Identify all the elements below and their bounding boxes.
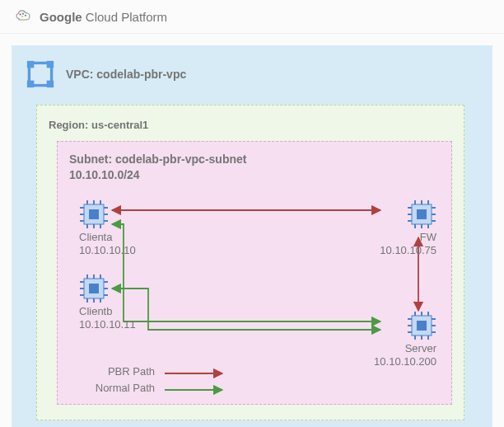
gcp-logo-icon bbox=[15, 8, 31, 25]
brand-bold: Google bbox=[40, 10, 82, 24]
region-box: Region: us-central1 Subnet: codelab-pbr-… bbox=[36, 105, 464, 420]
compute-instance-icon bbox=[407, 199, 436, 229]
node-clientb: Clientb 10.10.10.11 bbox=[79, 274, 161, 332]
svg-point-2 bbox=[25, 15, 26, 16]
legend-row-pbr: PBR Path bbox=[82, 363, 155, 379]
vpc-box: VPC: codelab-pbr-vpc Region: us-central1… bbox=[12, 45, 492, 427]
subnet-box: Subnet: codelab-pbr-vpc-subnet 10.10.10.… bbox=[57, 141, 452, 405]
compute-instance-icon bbox=[79, 274, 109, 303]
subnet-cidr: 10.10.10.0/24 bbox=[69, 168, 140, 181]
node-server-label: Server 10.10.10.200 bbox=[374, 342, 436, 369]
node-fw: FW 10.10.10.75 bbox=[354, 199, 436, 258]
svg-rect-5 bbox=[27, 61, 35, 68]
svg-point-1 bbox=[22, 13, 24, 15]
region-title: Region: us-central1 bbox=[49, 119, 454, 131]
vpc-title: VPC: codelab-pbr-vpc bbox=[66, 68, 186, 81]
svg-rect-8 bbox=[47, 81, 54, 88]
brand-rest: Cloud Platform bbox=[82, 10, 167, 24]
subnet-name: Subnet: codelab-pbr-vpc-subnet bbox=[69, 152, 246, 166]
subnet-title: Subnet: codelab-pbr-vpc-subnet 10.10.10.… bbox=[58, 142, 451, 183]
svg-rect-6 bbox=[47, 61, 54, 68]
node-clienta-label: Clienta 10.10.10.10 bbox=[79, 231, 136, 258]
node-clienta: Clienta 10.10.10.10 bbox=[79, 199, 161, 258]
svg-point-3 bbox=[21, 16, 23, 17]
compute-instance-icon bbox=[407, 311, 436, 340]
header-title: Google Cloud Platform bbox=[40, 10, 167, 24]
legend-label-normal: Normal Path bbox=[82, 382, 155, 394]
node-fw-label: FW 10.10.10.75 bbox=[380, 231, 436, 258]
header: Google Cloud Platform bbox=[0, 0, 504, 34]
vpc-header: VPC: codelab-pbr-vpc bbox=[26, 60, 478, 88]
svg-point-0 bbox=[20, 13, 21, 15]
legend-label-pbr: PBR Path bbox=[82, 365, 155, 378]
compute-instance-icon bbox=[79, 199, 109, 229]
svg-rect-7 bbox=[27, 81, 35, 88]
legend-row-normal: Normal Path bbox=[82, 379, 155, 396]
node-clientb-label: Clientb 10.10.10.11 bbox=[79, 305, 136, 332]
legend: PBR Path Normal Path bbox=[82, 363, 155, 396]
vpc-icon bbox=[26, 60, 54, 88]
node-server: Server 10.10.10.200 bbox=[354, 311, 436, 369]
